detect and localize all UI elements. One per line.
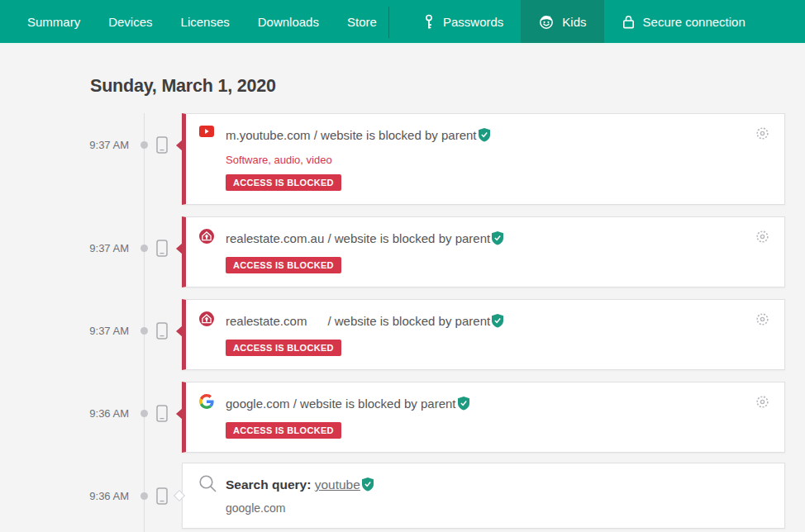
- search-icon: [198, 473, 218, 497]
- tab-secure-connection[interactable]: Secure connection: [604, 0, 763, 43]
- access-blocked-badge: ACCESS IS BLOCKED: [226, 340, 341, 356]
- tab-store[interactable]: Store: [347, 15, 377, 29]
- lock-icon: [622, 14, 636, 30]
- shield-check-icon: [479, 131, 490, 145]
- realestate-icon: [199, 311, 214, 330]
- gear-icon[interactable]: [754, 311, 771, 328]
- event-title: realestate.com / website is blocked by p…: [226, 314, 490, 328]
- youtube-icon: [199, 126, 214, 140]
- google-icon: [199, 394, 214, 412]
- event-card: realestate.com.au / website is blocked b…: [182, 216, 785, 287]
- nav-right-group: Passwords Kids Secure connection: [405, 0, 763, 43]
- phone-icon: [156, 405, 168, 425]
- event-categories: Software, audio, video: [226, 154, 768, 166]
- phone-icon: [156, 322, 168, 343]
- timeline-line: [144, 113, 145, 532]
- tab-passwords-label: Passwords: [443, 15, 503, 29]
- event-time: 9:37 AM: [58, 325, 129, 337]
- shield-check-icon: [458, 399, 469, 413]
- shield-check-icon: [362, 480, 374, 494]
- event-time: 9:36 AM: [58, 407, 129, 420]
- access-blocked-badge: ACCESS IS BLOCKED: [226, 422, 341, 439]
- timeline-dot: [141, 141, 148, 149]
- tab-passwords[interactable]: Passwords: [405, 0, 521, 43]
- search-source-domain: google.com: [226, 501, 768, 515]
- key-icon: [422, 14, 436, 30]
- shield-check-icon: [492, 316, 503, 330]
- phone-icon: [156, 487, 168, 508]
- tab-secure-connection-label: Secure connection: [643, 15, 745, 29]
- search-query-link[interactable]: youtube: [315, 477, 360, 492]
- access-blocked-badge: ACCESS IS BLOCKED: [226, 257, 341, 273]
- top-nav: Summary Devices Licenses Downloads Store…: [0, 0, 805, 45]
- timeline-dot: [141, 410, 148, 417]
- event-card: google.com / website is blocked by paren…: [182, 382, 785, 453]
- gear-icon[interactable]: [754, 228, 771, 245]
- timeline-dot: [141, 327, 148, 335]
- event-title: realestate.com.au / website is blocked b…: [226, 231, 490, 245]
- access-blocked-badge: ACCESS IS BLOCKED: [226, 174, 341, 191]
- event-title: m.youtube.com / website is blocked by pa…: [226, 128, 477, 142]
- phone-icon: [156, 240, 168, 260]
- nav-divider: [388, 7, 389, 38]
- event-card: realestate.com / website is blocked by p…: [182, 299, 785, 370]
- search-query-label: Search query:: [226, 477, 311, 492]
- gear-icon[interactable]: [754, 393, 771, 411]
- event-time: 9:36 AM: [58, 490, 129, 502]
- timeline-dot: [141, 492, 148, 500]
- event-time: 9:37 AM: [58, 139, 129, 151]
- tab-kids-label: Kids: [562, 15, 586, 29]
- phone-icon: [156, 136, 168, 157]
- event-card: m.youtube.com / website is blocked by pa…: [182, 113, 785, 205]
- tab-downloads[interactable]: Downloads: [258, 15, 319, 29]
- tab-kids[interactable]: Kids: [521, 0, 603, 43]
- kids-icon: [538, 13, 555, 30]
- timeline-dot: [141, 245, 148, 252]
- gear-icon[interactable]: [754, 125, 771, 142]
- tab-devices[interactable]: Devices: [108, 15, 152, 29]
- realestate-icon: [199, 229, 214, 247]
- event-title: google.com / website is blocked by paren…: [226, 397, 456, 411]
- event-time: 9:37 AM: [58, 242, 129, 254]
- tab-summary[interactable]: Summary: [27, 15, 80, 29]
- date-heading: Sunday, March 1, 2020: [90, 76, 276, 97]
- shield-check-icon: [492, 234, 503, 248]
- nav-left-group: Summary Devices Licenses Downloads Store: [0, 0, 377, 43]
- event-card: Search query: youtube google.com: [182, 463, 785, 529]
- tab-licenses[interactable]: Licenses: [181, 15, 230, 29]
